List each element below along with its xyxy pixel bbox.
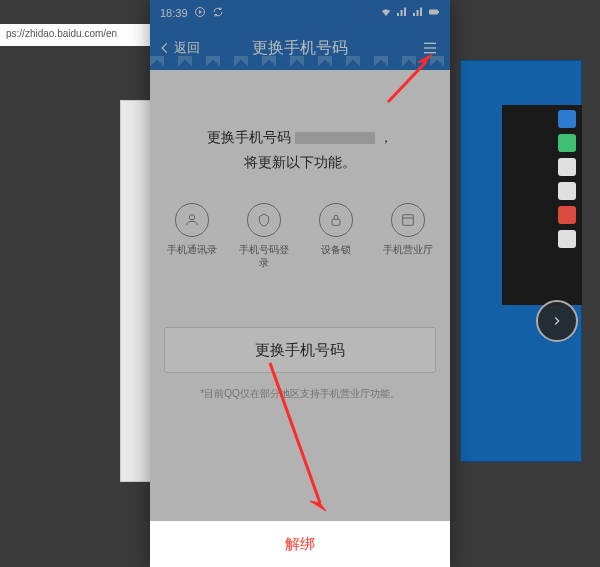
carousel-next-button[interactable] (536, 300, 578, 342)
svg-rect-2 (438, 11, 439, 13)
svg-line-10 (388, 62, 426, 102)
phone-login-icon (247, 203, 281, 237)
svg-rect-1 (429, 10, 438, 15)
svg-rect-8 (403, 215, 414, 226)
signal-icon (396, 6, 408, 20)
contacts-icon (175, 203, 209, 237)
phone-frame: 18:39 返回 更换手机号码 (150, 0, 450, 567)
feature-label: 手机通讯录 (167, 243, 217, 256)
service-hall-icon (391, 203, 425, 237)
feature-contacts: 手机通讯录 (164, 203, 220, 269)
svg-marker-13 (310, 501, 326, 511)
svg-rect-7 (332, 220, 340, 226)
signal-icon-2 (412, 6, 424, 20)
feature-list: 手机通讯录 手机号码登录 设备锁 手机营业厅 (150, 203, 450, 269)
feature-service-hall: 手机营业厅 (380, 203, 436, 269)
feature-device-lock: 设备锁 (308, 203, 364, 269)
phone-number-masked (295, 132, 375, 144)
back-button[interactable]: 返回 (158, 26, 200, 70)
wifi-icon (380, 6, 392, 20)
feature-label: 手机号码登录 (236, 243, 292, 269)
status-bar: 18:39 (150, 0, 450, 26)
unbind-button[interactable]: 解绑 (150, 521, 450, 567)
unbind-label: 解绑 (285, 535, 315, 554)
page-title: 更换手机号码 (252, 38, 348, 59)
status-time: 18:39 (160, 7, 188, 19)
svg-point-6 (189, 215, 194, 220)
svg-marker-11 (418, 54, 432, 62)
feature-label: 设备锁 (321, 243, 351, 256)
bg-side-icons (558, 110, 576, 248)
info-line2: 将更新以下功能。 (244, 154, 356, 170)
sync-icon (212, 6, 224, 20)
svg-line-12 (270, 363, 320, 503)
battery-icon (428, 6, 440, 20)
back-label: 返回 (174, 39, 200, 57)
feature-label: 手机营业厅 (383, 243, 433, 256)
info-suffix: ， (379, 129, 393, 145)
annotation-arrow-menu (380, 50, 440, 110)
annotation-arrow-unbind (260, 355, 340, 515)
music-icon (194, 6, 206, 20)
feature-phone-login: 手机号码登录 (236, 203, 292, 269)
browser-url-fragment: ps://zhidao.baidu.com/en (0, 24, 150, 46)
info-prefix: 更换手机号码 (207, 129, 291, 145)
lock-icon (319, 203, 353, 237)
